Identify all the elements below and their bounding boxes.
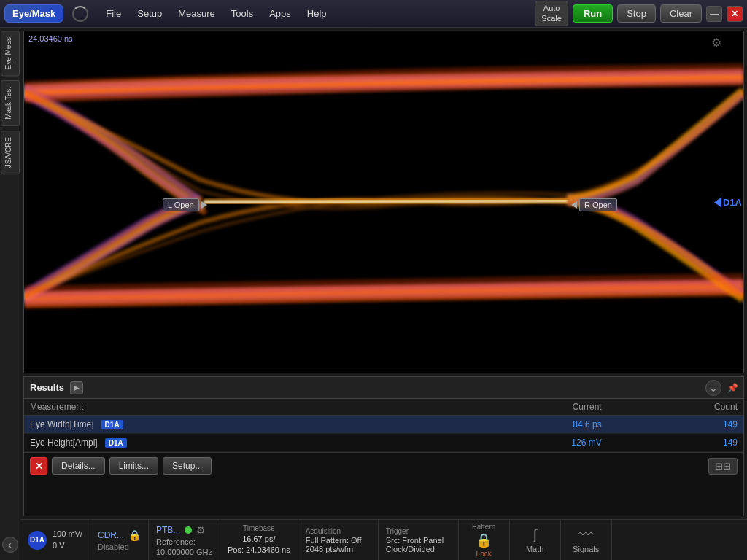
eye-diagram	[24, 31, 743, 373]
acquisition-title: Acquisition	[306, 527, 371, 535]
pattern-lock-label: Lock	[476, 550, 492, 558]
title-controls: AutoScale Run Stop Clear — ✕	[535, 1, 743, 26]
d1a-triangle-icon	[714, 197, 721, 207]
d1a-status-section: D1A 100 mV/ 0 V	[20, 520, 90, 560]
sidebar-tab-jsa-cre[interactable]: JSA/CRE	[1, 131, 20, 174]
green-dot-icon	[185, 526, 192, 534]
current-value-0: 84.6 ps	[445, 416, 608, 434]
current-value-1: 126 mV	[445, 434, 608, 452]
voltage1: 100 mV/	[53, 529, 82, 540]
math-label: Math	[526, 545, 543, 553]
stop-button[interactable]: Stop	[617, 4, 656, 23]
r-open-label: R Open	[579, 198, 617, 211]
acquisition-section: Acquisition Full Pattern: Off 2048 pts/w…	[298, 520, 379, 560]
remove-button[interactable]: ✕	[30, 457, 47, 475]
results-title: Results	[30, 382, 64, 393]
bottom-buttons: ✕ Details... Limits... Setup... ⊞⊞	[24, 452, 743, 479]
d1a-circle-badge: D1A	[28, 531, 47, 550]
cdr-top: CDR... 🔒	[98, 529, 141, 541]
pin-button[interactable]: 📌	[727, 383, 738, 393]
menu-file[interactable]: File	[98, 4, 128, 23]
math-button[interactable]: ∫ Math	[510, 520, 561, 560]
menu-apps[interactable]: Apps	[262, 4, 298, 23]
results-header: Results ▶ ⌄ 📌	[24, 377, 743, 399]
r-open-arrow-left	[571, 201, 577, 209]
ptb-name: PTB...	[156, 525, 180, 535]
timebase-section: Timebase 16.67 ps/ Pos: 24.03460 ns	[220, 520, 298, 560]
timebase-title: Timebase	[228, 524, 290, 532]
acquisition-line1: Full Pattern: Off	[306, 536, 371, 545]
menu-bar: File Setup Measure Tools Apps Help	[98, 4, 535, 23]
trigger-line1: Src: Front Panel	[386, 536, 451, 545]
menu-measure[interactable]: Measure	[171, 4, 222, 23]
trigger-section: Trigger Src: Front Panel Clock/Divided	[379, 520, 459, 560]
pattern-section: Pattern 🔒 Lock	[459, 520, 510, 560]
col-header-count: Count	[608, 399, 743, 416]
scope-display: 24.03460 ns ⚙ L Open R Open D1A	[23, 31, 744, 373]
col-header-measurement: Measurement	[24, 399, 445, 416]
menu-setup[interactable]: Setup	[130, 4, 169, 23]
setup-button[interactable]: Setup...	[163, 457, 212, 475]
signals-button[interactable]: 〰 Signals	[561, 520, 612, 560]
table-row[interactable]: Eye Width[Time] D1A 84.6 ps 149	[24, 416, 743, 434]
results-collapse-button[interactable]: ⌄	[705, 380, 721, 396]
pattern-title: Pattern	[472, 523, 495, 531]
menu-help[interactable]: Help	[300, 4, 334, 23]
measurements-table: Measurement Current Count Eye Width[Time…	[24, 399, 743, 452]
timestamp-label: 24.03460 ns	[28, 34, 73, 43]
app-logo: Eye/Mask	[4, 4, 63, 23]
results-play-button[interactable]: ▶	[70, 381, 83, 394]
l-open-label: L Open	[163, 198, 199, 211]
signals-icon: 〰	[578, 526, 593, 543]
trigger-line2: Clock/Divided	[386, 545, 451, 553]
left-sidebar: Eye Meas Mask Test JSA/CRE ‹	[0, 28, 20, 560]
l-open-arrow	[201, 201, 207, 209]
d1a-badge-1: D1A	[105, 438, 127, 448]
title-bar: Eye/Mask File Setup Measure Tools Apps H…	[0, 0, 747, 28]
clear-button[interactable]: Clear	[660, 4, 702, 23]
d1a-badge-0: D1A	[101, 420, 123, 429]
run-button[interactable]: Run	[573, 4, 613, 23]
count-value-0: 149	[608, 416, 743, 434]
math-icon: ∫	[533, 526, 536, 543]
ptb-top: PTB... ⚙	[156, 524, 212, 536]
status-bar: D1A 100 mV/ 0 V CDR... 🔒 Disabled PTB...	[20, 519, 747, 560]
voltage-values: 100 mV/ 0 V	[53, 529, 82, 551]
lock-icon: 🔒	[128, 529, 141, 541]
l-open-marker: L Open	[163, 198, 207, 211]
acquisition-line2: 2048 pts/wfm	[306, 545, 371, 553]
ptb-section: PTB... ⚙ Reference: 10.000000 GHz	[149, 520, 220, 560]
close-button[interactable]: ✕	[727, 6, 743, 22]
measurement-name-1: Eye Height[Ampl] D1A	[24, 434, 445, 452]
sidebar-collapse-button[interactable]: ‹	[2, 537, 18, 553]
ptb-freq: 10.000000 GHz	[156, 548, 212, 556]
table-row[interactable]: Eye Height[Ampl] D1A 126 mV 149	[24, 434, 743, 452]
cdr-name: CDR...	[98, 530, 124, 540]
d1a-text: D1A	[723, 197, 742, 208]
voltage2: 0 V	[53, 540, 82, 551]
ptb-reference: Reference:	[156, 537, 212, 546]
ptb-settings-icon[interactable]: ⚙	[196, 524, 206, 536]
results-panel: Results ▶ ⌄ 📌 Measurement Current Count	[23, 376, 744, 516]
trigger-title: Trigger	[386, 527, 451, 535]
content-area: 24.03460 ns ⚙ L Open R Open D1A Result	[20, 28, 747, 560]
limits-button[interactable]: Limits...	[109, 457, 158, 475]
menu-tools[interactable]: Tools	[224, 4, 260, 23]
pattern-lock-icon: 🔒	[476, 532, 492, 548]
signals-label: Signals	[573, 545, 599, 553]
r-open-marker: R Open	[571, 198, 617, 211]
auto-scale-button[interactable]: AutoScale	[535, 1, 568, 26]
cdr-section: CDR... 🔒 Disabled	[90, 520, 149, 560]
d1a-channel-label: D1A	[714, 197, 742, 208]
measurement-name-0: Eye Width[Time] D1A	[24, 416, 445, 434]
sidebar-tab-eye-meas[interactable]: Eye Meas	[1, 31, 20, 76]
sidebar-tab-mask-test[interactable]: Mask Test	[1, 80, 20, 126]
minimize-button[interactable]: —	[706, 6, 722, 22]
timebase-value1: 16.67 ps/	[228, 534, 290, 545]
cdr-status: Disabled	[98, 542, 141, 551]
loading-spinner	[72, 6, 88, 22]
main-layout: Eye Meas Mask Test JSA/CRE ‹	[0, 28, 747, 560]
settings-icon[interactable]: ⚙	[711, 36, 721, 50]
table-layout-button[interactable]: ⊞⊞	[708, 458, 738, 475]
details-button[interactable]: Details...	[52, 457, 105, 475]
